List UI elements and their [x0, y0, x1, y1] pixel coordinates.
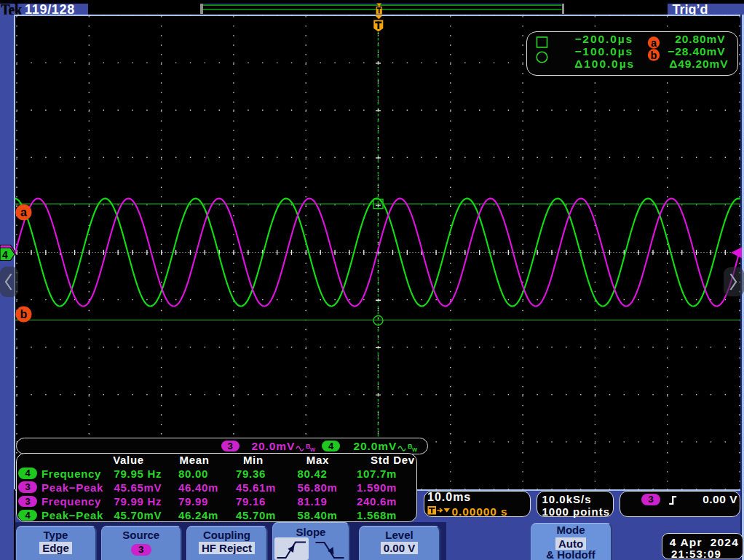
- svg-text:a: a: [20, 206, 27, 218]
- svg-text:a: a: [650, 37, 657, 49]
- svg-text:4: 4: [2, 249, 8, 261]
- svg-text:b: b: [20, 308, 28, 320]
- svg-text:W: W: [412, 446, 418, 453]
- svg-text:b: b: [650, 50, 657, 61]
- svg-text:W: W: [310, 446, 316, 453]
